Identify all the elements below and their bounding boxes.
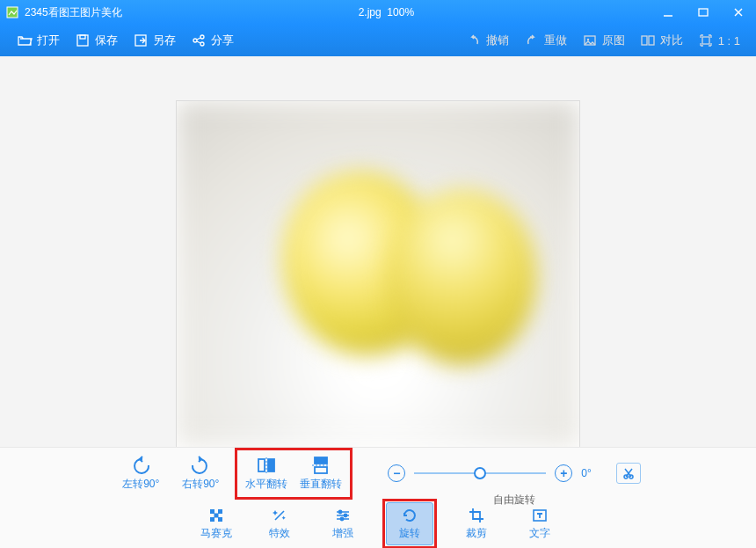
svg-point-10: [200, 42, 204, 46]
share-button[interactable]: 分享: [183, 28, 241, 53]
folder-open-icon: [16, 32, 33, 49]
file-name-zoom: 2.jpg 100%: [359, 6, 414, 18]
bottom-panel: 左转90° 右转90° 水平翻转 垂直翻转 − + 0° 自由旋转: [0, 447, 756, 548]
tab-rotate-label: 旋转: [399, 526, 420, 541]
free-rotate-label: 自由旋转: [493, 493, 535, 508]
rotate-tab-highlight-box: 旋转: [382, 499, 437, 549]
tabs-row: 马赛克 特效 增强 旋转 裁剪 文字: [0, 499, 756, 548]
redo-label: 重做: [544, 33, 567, 48]
svg-rect-22: [210, 509, 214, 514]
open-button[interactable]: 打开: [9, 28, 67, 53]
flip-v-label: 垂直翻转: [300, 477, 342, 492]
svg-rect-14: [649, 36, 654, 45]
svg-rect-15: [702, 37, 709, 44]
flip-tools-highlight-box: 水平翻转 垂直翻转: [235, 448, 353, 500]
compare-button[interactable]: 对比: [632, 28, 690, 53]
rotate-left-label: 左转90°: [122, 477, 159, 492]
flip-vertical-button[interactable]: 垂直翻转: [295, 452, 346, 495]
compare-label: 对比: [660, 33, 683, 48]
angle-value: 0°: [581, 467, 591, 479]
rotate-right-90-button[interactable]: 右转90°: [175, 452, 226, 495]
share-icon: [190, 32, 207, 49]
tab-effect-label: 特效: [269, 526, 290, 541]
tab-enhance[interactable]: 增强: [319, 503, 367, 544]
slider-thumb[interactable]: [474, 467, 486, 479]
sliders-icon: [334, 507, 352, 524]
rotate-right-label: 右转90°: [182, 477, 219, 492]
angle-slider[interactable]: [414, 472, 546, 474]
tab-text[interactable]: 文字: [516, 503, 563, 544]
magic-wand-icon: [271, 507, 288, 524]
close-button[interactable]: [721, 0, 756, 25]
saveas-button[interactable]: 另存: [125, 28, 183, 53]
window-buttons: [651, 0, 756, 25]
svg-rect-25: [210, 517, 214, 522]
save-icon: [74, 32, 91, 49]
zoom-level: 100%: [387, 6, 414, 18]
text-icon: [531, 507, 549, 524]
crop-apply-button[interactable]: [616, 463, 641, 484]
maximize-button[interactable]: [686, 0, 721, 25]
svg-point-8: [193, 39, 197, 42]
svg-point-27: [338, 510, 341, 513]
rotate-icon: [401, 507, 418, 524]
canvas-image[interactable]: [176, 100, 580, 448]
share-label: 分享: [211, 33, 234, 48]
svg-rect-17: [268, 459, 274, 471]
svg-point-9: [200, 35, 204, 39]
svg-point-29: [340, 517, 343, 520]
angle-minus-button[interactable]: −: [388, 464, 405, 482]
app-logo-icon: [5, 5, 19, 19]
svg-rect-16: [258, 459, 265, 471]
app-title: 2345看图王图片美化: [25, 5, 122, 20]
saveas-label: 另存: [153, 33, 176, 48]
angle-plus-button[interactable]: +: [555, 464, 572, 482]
saveas-icon: [132, 32, 149, 49]
tab-mosaic[interactable]: 马赛克: [193, 503, 240, 544]
toolbar: 打开 保存 另存 分享 撤销 重做 原图 对比 1 : 1: [0, 25, 756, 56]
canvas-area: [0, 56, 756, 448]
save-button[interactable]: 保存: [67, 28, 125, 53]
tab-effect[interactable]: 特效: [256, 503, 303, 544]
redo-icon: [523, 32, 541, 49]
svg-point-28: [344, 514, 346, 516]
flip-horizontal-button[interactable]: 水平翻转: [241, 452, 292, 495]
original-label: 原图: [602, 33, 625, 48]
svg-point-12: [587, 39, 589, 40]
svg-rect-26: [218, 517, 222, 522]
svg-rect-5: [77, 35, 88, 46]
undo-icon: [465, 32, 483, 49]
minimize-button[interactable]: [651, 0, 686, 25]
svg-rect-2: [699, 9, 708, 16]
onetoone-icon: [697, 32, 715, 49]
tab-rotate[interactable]: 旋转: [386, 502, 433, 545]
open-label: 打开: [37, 33, 60, 48]
undo-button[interactable]: 撤销: [458, 28, 516, 53]
tab-enhance-label: 增强: [332, 526, 353, 541]
rotate-tools-row: 左转90° 右转90° 水平翻转 垂直翻转 − + 0° 自由旋转: [0, 448, 756, 499]
svg-rect-18: [315, 457, 327, 464]
file-name: 2.jpg: [359, 6, 382, 18]
svg-rect-24: [214, 513, 219, 517]
svg-rect-23: [218, 509, 222, 514]
undo-label: 撤销: [486, 33, 509, 48]
mosaic-icon: [207, 507, 225, 524]
redo-button[interactable]: 重做: [516, 28, 574, 53]
rotate-left-90-button[interactable]: 左转90°: [115, 452, 166, 495]
titlebar: 2345看图王图片美化 2.jpg 100%: [0, 0, 756, 25]
onetoone-label: 1 : 1: [718, 34, 740, 47]
tab-mosaic-label: 马赛克: [200, 526, 232, 541]
svg-rect-6: [80, 35, 85, 39]
free-rotate-control: − + 0° 自由旋转: [388, 463, 640, 484]
save-label: 保存: [95, 33, 118, 48]
flip-h-label: 水平翻转: [245, 477, 287, 492]
svg-rect-13: [642, 36, 647, 45]
original-button[interactable]: 原图: [574, 28, 632, 53]
tab-text-label: 文字: [529, 526, 550, 541]
compare-icon: [639, 32, 657, 49]
tab-crop[interactable]: 裁剪: [453, 503, 500, 544]
crop-icon: [468, 507, 485, 524]
tab-crop-label: 裁剪: [466, 526, 487, 541]
image-icon: [581, 32, 599, 49]
onetoone-button[interactable]: 1 : 1: [690, 28, 747, 53]
